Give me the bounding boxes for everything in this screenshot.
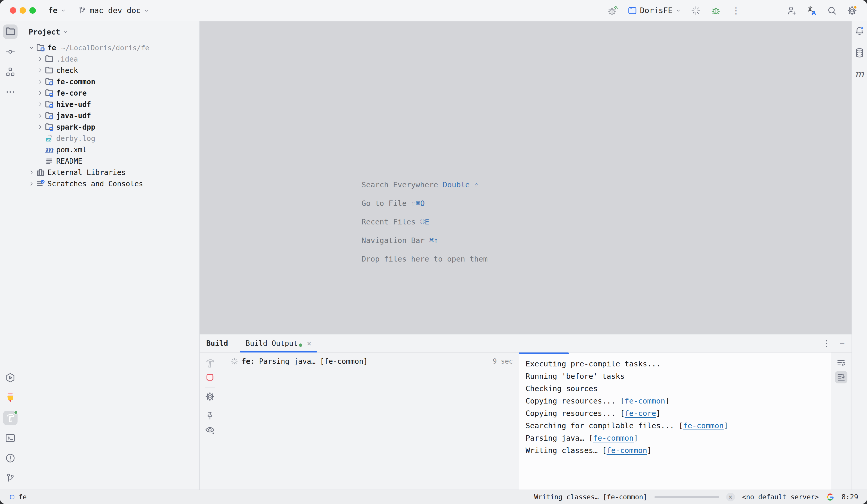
tool-commit-icon[interactable] bbox=[3, 45, 18, 59]
build-tree: fe: Parsing java… [fe-common] 9 sec bbox=[220, 352, 520, 490]
tool-project-icon[interactable] bbox=[3, 24, 18, 39]
tree-item-readme[interactable]: README bbox=[21, 155, 199, 167]
project-status-icon bbox=[9, 494, 15, 500]
vcs-branch-widget[interactable]: mac_dev_doc bbox=[78, 6, 150, 15]
module-link[interactable]: fe-common bbox=[593, 434, 634, 442]
progress-spinner-icon bbox=[230, 357, 238, 365]
tool-build-icon[interactable] bbox=[3, 411, 18, 425]
tree-item-fe-common[interactable]: fe-common bbox=[21, 76, 199, 87]
notifications-bell-icon[interactable] bbox=[853, 25, 866, 38]
status-default-server[interactable]: <no default server> bbox=[742, 493, 819, 501]
translate-icon[interactable]: A bbox=[806, 5, 817, 16]
tree-indent-spacer bbox=[36, 146, 45, 154]
build-window-title: Build bbox=[206, 339, 228, 348]
hint-search-everywhere[interactable]: Search EverywhereDouble ⇧ bbox=[362, 175, 488, 194]
maven-file-icon: m bbox=[45, 145, 54, 154]
debug-icon[interactable] bbox=[710, 5, 721, 16]
chevron-right-icon[interactable] bbox=[27, 180, 36, 188]
tree-item-idea[interactable]: .idea bbox=[21, 53, 199, 65]
chevron-down-icon bbox=[675, 8, 681, 14]
code-with-me-icon[interactable] bbox=[786, 5, 798, 16]
module-folder-icon bbox=[45, 100, 54, 109]
log-file-icon: LOG bbox=[45, 134, 54, 143]
tree-item-java-udf[interactable]: java-udf bbox=[21, 110, 199, 121]
tree-item-scratches[interactable]: Scratches and Consoles bbox=[21, 178, 199, 189]
pin-tab-icon[interactable] bbox=[204, 410, 216, 422]
soft-wrap-icon[interactable] bbox=[835, 357, 847, 369]
more-actions-icon[interactable]: ⋮ bbox=[730, 5, 742, 16]
hint-recent-files[interactable]: Recent Files⌘E bbox=[362, 212, 488, 231]
tool-terminal-icon[interactable] bbox=[3, 431, 18, 445]
tree-item-external-libraries[interactable]: External Libraries bbox=[21, 167, 199, 178]
tree-item-label: check bbox=[56, 66, 78, 75]
tool-problems-icon[interactable] bbox=[3, 451, 18, 465]
tree-item-spark-dpp[interactable]: spark-dpp bbox=[21, 121, 199, 133]
project-panel-header[interactable]: Project bbox=[21, 21, 199, 39]
chevron-right-icon[interactable] bbox=[36, 112, 45, 120]
tool-more-icon[interactable] bbox=[3, 85, 18, 99]
module-link[interactable]: fe-common bbox=[624, 396, 665, 405]
left-tool-strip bbox=[0, 21, 21, 490]
build-settings-icon[interactable] bbox=[204, 390, 216, 403]
chevron-right-icon[interactable] bbox=[27, 168, 36, 176]
tree-item-hive-udf[interactable]: hive-udf bbox=[21, 99, 199, 110]
tree-item-check[interactable]: check bbox=[21, 65, 199, 76]
tool-services-icon[interactable] bbox=[3, 371, 18, 385]
module-folder-icon bbox=[45, 122, 54, 132]
rerun-build-icon[interactable] bbox=[204, 357, 216, 370]
chevron-right-icon[interactable] bbox=[36, 78, 45, 86]
run-spinner-icon[interactable] bbox=[690, 5, 702, 16]
chevron-down-icon[interactable] bbox=[27, 44, 36, 52]
database-icon[interactable] bbox=[853, 47, 866, 59]
build-output-line: Running 'before' tasks bbox=[526, 370, 831, 382]
hint-go-to-file[interactable]: Go to File⇧⌘O bbox=[362, 194, 488, 212]
module-link[interactable]: fe-common bbox=[607, 446, 647, 455]
build-more-options-icon[interactable]: ⋮ bbox=[822, 339, 831, 348]
right-tool-strip: m bbox=[852, 21, 867, 490]
tool-git-icon[interactable] bbox=[3, 471, 18, 485]
tree-item-fe-core[interactable]: fe-core bbox=[21, 87, 199, 99]
maximize-window-button[interactable] bbox=[29, 7, 36, 14]
project-widget[interactable]: fe bbox=[48, 6, 66, 15]
hint-drop-files: Drop files here to open them bbox=[362, 250, 488, 268]
module-folder-icon bbox=[45, 88, 54, 98]
scroll-to-end-icon[interactable] bbox=[835, 371, 847, 383]
chevron-down-icon bbox=[60, 8, 66, 14]
minimize-window-button[interactable] bbox=[20, 7, 26, 14]
close-icon[interactable]: × bbox=[307, 340, 311, 347]
hint-navigation-bar[interactable]: Navigation Bar⌘↑ bbox=[362, 231, 488, 250]
build-tree-row[interactable]: fe: Parsing java… [fe-common] 9 sec bbox=[220, 355, 519, 368]
maven-panel-icon[interactable]: m bbox=[853, 68, 866, 80]
libraries-icon bbox=[36, 168, 45, 177]
module-link[interactable]: fe-common bbox=[683, 421, 724, 430]
tree-item-fe-root[interactable]: fe ~/LocalDoris/doris/fe bbox=[21, 42, 199, 53]
chevron-right-icon[interactable] bbox=[36, 89, 45, 97]
stop-build-icon[interactable] bbox=[204, 371, 216, 383]
chevron-right-icon[interactable] bbox=[36, 123, 45, 131]
chevron-right-icon[interactable] bbox=[36, 55, 45, 63]
tool-crayon-plugin-icon[interactable] bbox=[3, 391, 18, 405]
run-configuration-selector[interactable]: DorisFE bbox=[627, 6, 681, 16]
hide-tool-window-icon[interactable]: — bbox=[840, 340, 844, 347]
chevron-right-icon[interactable] bbox=[36, 100, 45, 108]
tree-item-derby-log[interactable]: LOG derby.log bbox=[21, 133, 199, 144]
tab-build-output[interactable]: Build Output × bbox=[240, 335, 317, 352]
project-tree: fe ~/LocalDoris/doris/fe .idea check bbox=[21, 42, 199, 189]
build-output-line: Searching for compilable files... [fe-co… bbox=[526, 419, 831, 432]
tree-item-pom-xml[interactable]: m pom.xml bbox=[21, 144, 199, 155]
status-clock: 8:29 bbox=[842, 493, 858, 501]
module-link[interactable]: fe-core bbox=[624, 409, 656, 418]
status-project-widget[interactable]: fe bbox=[9, 493, 26, 501]
chevron-right-icon[interactable] bbox=[36, 66, 45, 74]
svg-text:A: A bbox=[812, 10, 816, 16]
build-task-text: Parsing java… [fe-common] bbox=[255, 357, 368, 366]
settings-gear-icon[interactable] bbox=[846, 5, 858, 16]
build-output-console[interactable]: Executing pre-compile tasks... Running '… bbox=[520, 352, 831, 490]
google-logo-icon[interactable] bbox=[826, 493, 834, 501]
search-icon[interactable] bbox=[826, 5, 838, 16]
cancel-progress-icon[interactable]: × bbox=[726, 493, 735, 502]
view-options-eye-icon[interactable] bbox=[204, 424, 216, 436]
tool-structure-icon[interactable] bbox=[3, 65, 18, 79]
close-window-button[interactable] bbox=[10, 7, 16, 14]
attach-debugger-icon[interactable] bbox=[607, 5, 618, 16]
